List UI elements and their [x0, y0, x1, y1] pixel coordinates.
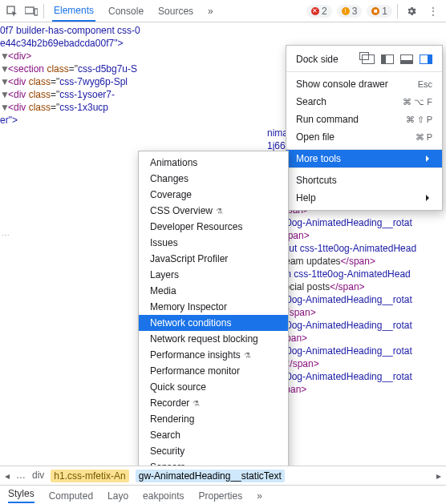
submenu-item[interactable]: Issues	[139, 235, 288, 251]
submenu-item[interactable]: Developer Resources	[139, 219, 288, 235]
dock-bottom-icon[interactable]	[400, 54, 413, 64]
submenu-item[interactable]: Performance insights⚗	[139, 347, 288, 363]
submenu-item[interactable]: Media	[139, 283, 288, 299]
settings-gear-icon[interactable]	[403, 6, 420, 17]
dock-right-icon[interactable]	[420, 54, 432, 64]
breadcrumb-bar: ◂ … div h1.css-mfetix-An gw-AnimatedHead…	[0, 466, 446, 485]
tab-overflow-icon[interactable]: »	[257, 490, 262, 502]
dock-undock-icon[interactable]	[362, 54, 375, 64]
inspect-icon[interactable]	[5, 4, 19, 18]
submenu-item[interactable]: Network conditions	[139, 315, 288, 331]
submenu-item[interactable]: Security	[139, 443, 288, 459]
menu-more-tools[interactable]: More tools	[286, 150, 442, 167]
dock-side-label: Dock side	[296, 54, 339, 65]
flask-icon: ⚗	[216, 207, 223, 216]
device-toggle-icon[interactable]	[24, 4, 39, 18]
devtools-toolbar: Elements Console Sources » ✕2 !3 ■1 ⋮	[0, 0, 446, 22]
submenu-item[interactable]: Quick source	[139, 379, 288, 395]
settings-menu: Dock side Show console drawerEscSearch⌘ …	[286, 45, 443, 211]
issues-badge[interactable]: ■1	[367, 5, 392, 18]
submenu-item[interactable]: Sensors	[139, 459, 288, 466]
panel-tabs: Elements Console Sources »	[49, 0, 215, 22]
chevron-right-icon	[426, 155, 432, 162]
tab-overflow-icon[interactable]: »	[206, 1, 215, 21]
submenu-item[interactable]: Rendering	[139, 411, 288, 427]
dock-left-icon[interactable]	[381, 54, 394, 64]
menu-item[interactable]: Show console drawerEsc	[286, 75, 442, 93]
crumb[interactable]: div	[32, 470, 44, 482]
breadcrumb-scroll-left-icon[interactable]: ◂	[5, 470, 10, 482]
submenu-item[interactable]: Network request blocking	[139, 331, 288, 347]
menu-help[interactable]: Help	[286, 189, 442, 207]
separator	[397, 4, 398, 18]
drawer-grip-icon[interactable]: ⋯	[2, 231, 10, 240]
tab-layout[interactable]: Layo	[107, 490, 128, 502]
error-badge[interactable]: ✕2	[306, 5, 332, 18]
tab-properties[interactable]: Properties	[198, 490, 242, 502]
tab-styles[interactable]: Styles	[8, 488, 34, 503]
tab-console[interactable]: Console	[107, 1, 145, 21]
tab-computed[interactable]: Computed	[49, 490, 93, 502]
submenu-item[interactable]: Performance monitor	[139, 363, 288, 379]
warning-badge[interactable]: !3	[337, 5, 363, 18]
more-tools-submenu: AnimationsChangesCoverageCSS Overview⚗De…	[138, 151, 289, 466]
tab-elements[interactable]: Elements	[52, 0, 95, 22]
tab-breakpoints[interactable]: eakpoints	[143, 490, 184, 502]
dock-side-row: Dock side	[286, 49, 442, 68]
styles-tabs: Styles Computed Layo eakpoints Propertie…	[0, 485, 446, 504]
submenu-item[interactable]: JavaScript Profiler	[139, 251, 288, 267]
svg-rect-1	[25, 7, 34, 14]
separator	[43, 4, 44, 18]
submenu-item[interactable]: Recorder⚗	[139, 395, 288, 411]
crumb-selected[interactable]: gw-AnimatedHeading__staticText	[136, 470, 285, 482]
submenu-item[interactable]: Animations	[139, 155, 288, 171]
chevron-right-icon	[426, 195, 432, 201]
submenu-item[interactable]: Changes	[139, 171, 288, 187]
submenu-item[interactable]: Search	[139, 427, 288, 443]
breadcrumb-scroll-right-icon[interactable]: ▸	[436, 470, 441, 482]
submenu-item[interactable]: Memory Inspector	[139, 299, 288, 315]
tab-sources[interactable]: Sources	[156, 1, 195, 21]
submenu-item[interactable]: Layers	[139, 267, 288, 283]
crumb[interactable]: …	[16, 470, 26, 482]
crumb[interactable]: h1.css-mfetix-An	[51, 470, 128, 482]
menu-item[interactable]: Open file⌘ P	[286, 128, 442, 146]
menu-shortcuts[interactable]: Shortcuts	[286, 171, 442, 189]
elements-panel: ⋯ 0f7 builder-has-component css-0 e44c34…	[0, 22, 446, 466]
flask-icon: ⚗	[193, 399, 200, 408]
menu-item[interactable]: Run command⌘ ⇧ P	[286, 111, 442, 128]
submenu-item[interactable]: CSS Overview⚗	[139, 203, 288, 219]
submenu-item[interactable]: Coverage	[139, 187, 288, 203]
kebab-menu-icon[interactable]: ⋮	[425, 6, 441, 17]
flask-icon: ⚗	[244, 351, 251, 360]
menu-item[interactable]: Search⌘ ⌥ F	[286, 93, 442, 111]
svg-rect-2	[34, 9, 38, 15]
